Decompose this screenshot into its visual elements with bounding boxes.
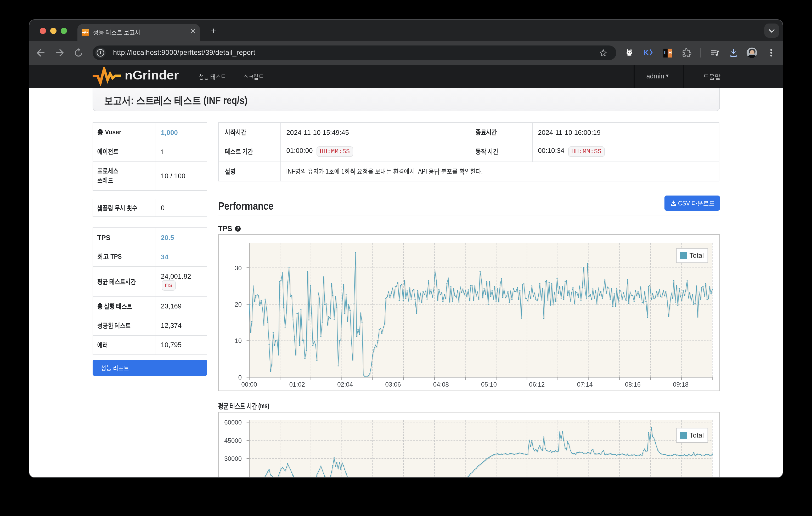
svg-text:01:02: 01:02 bbox=[289, 381, 305, 388]
svg-text:0: 0 bbox=[238, 374, 241, 381]
svg-text:Total: Total bbox=[689, 251, 704, 259]
svg-text:30: 30 bbox=[235, 265, 242, 272]
svg-text:00:00: 00:00 bbox=[241, 381, 257, 388]
svg-text:45000: 45000 bbox=[224, 437, 242, 444]
svg-text:02:04: 02:04 bbox=[337, 381, 353, 388]
svg-text:10: 10 bbox=[235, 337, 242, 344]
svg-text:60000: 60000 bbox=[224, 419, 242, 426]
svg-text:05:10: 05:10 bbox=[481, 381, 496, 388]
svg-text:04:08: 04:08 bbox=[433, 381, 448, 388]
svg-text:09:18: 09:18 bbox=[673, 381, 689, 388]
svg-text:20: 20 bbox=[235, 301, 242, 308]
svg-text:06:12: 06:12 bbox=[529, 381, 545, 388]
svg-text:30000: 30000 bbox=[224, 455, 242, 462]
svg-text:Total: Total bbox=[689, 431, 704, 439]
svg-text:03:06: 03:06 bbox=[385, 381, 401, 388]
svg-text:08:16: 08:16 bbox=[625, 381, 640, 388]
svg-text:07:14: 07:14 bbox=[577, 381, 592, 388]
